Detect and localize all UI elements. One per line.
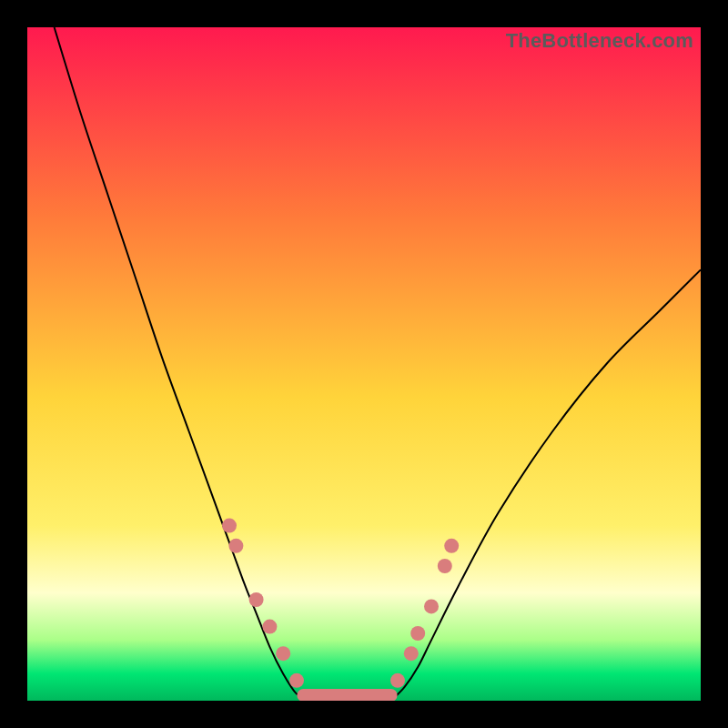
data-marker (444, 539, 459, 553)
data-marker (262, 620, 277, 634)
data-marker (390, 673, 405, 688)
data-marker (228, 539, 243, 553)
data-marker (438, 559, 452, 573)
data-marker (276, 646, 290, 661)
data-marker (424, 599, 439, 613)
left-curve (55, 27, 310, 701)
chart-canvas (27, 27, 701, 701)
data-marker (410, 626, 425, 641)
plot-frame: TheBottleneck.com (27, 27, 701, 701)
data-marker (249, 592, 264, 607)
marker-group (222, 519, 459, 695)
data-marker (289, 673, 304, 688)
right-curve (391, 269, 701, 701)
data-marker (222, 519, 237, 533)
data-marker (404, 646, 419, 661)
